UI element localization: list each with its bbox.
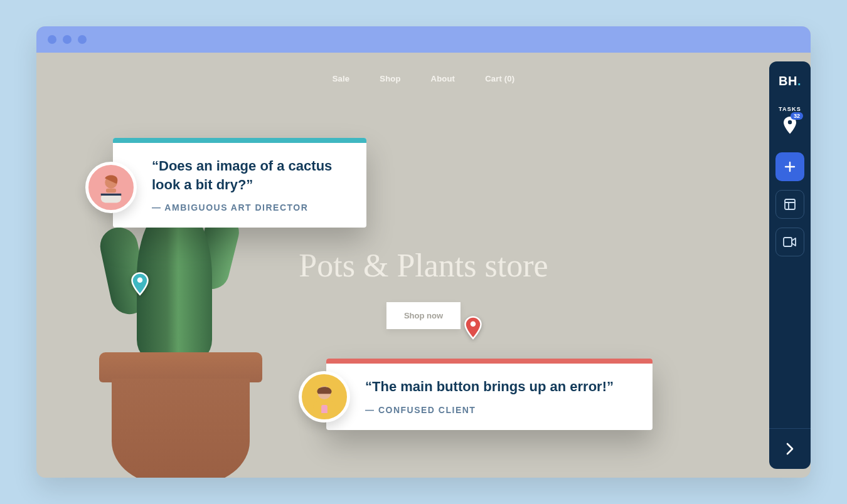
record-video-button[interactable]	[775, 228, 804, 256]
chevron-right-icon	[786, 442, 794, 456]
expand-sidebar-button[interactable]	[769, 429, 811, 469]
nav-link-shop[interactable]: Shop	[380, 74, 400, 83]
feedback-quote: “Does an image of a cactus look a bit dr…	[152, 157, 349, 194]
nav-link-cart[interactable]: Cart (0)	[485, 74, 514, 83]
avatar-art-director	[85, 162, 137, 213]
window-titlebar	[36, 26, 811, 53]
website-viewport: Sale Shop About Cart (0) Pots & Plants s…	[36, 53, 811, 478]
card-accent-bar	[326, 359, 653, 364]
svg-rect-11	[784, 238, 792, 246]
svg-point-1	[471, 322, 476, 327]
nav-link-sale[interactable]: Sale	[333, 74, 350, 83]
feedback-pin-red[interactable]	[464, 316, 482, 340]
feedback-card-art-director[interactable]: “Does an image of a cactus look a bit dr…	[113, 138, 366, 228]
add-task-button[interactable]	[775, 152, 804, 181]
window-control-close[interactable]	[48, 35, 56, 44]
svg-point-0	[137, 278, 143, 283]
task-count-badge: 32	[791, 112, 803, 120]
tasks-label: TASKS	[779, 106, 801, 112]
site-nav: Sale Shop About Cart (0)	[36, 74, 811, 83]
tool-logo[interactable]: BH.	[779, 74, 801, 88]
svg-rect-10	[785, 199, 795, 209]
shop-now-button[interactable]: Shop now	[386, 302, 461, 329]
window-control-minimize[interactable]	[63, 35, 72, 44]
tasks-pin-icon[interactable]: 32	[782, 116, 798, 135]
svg-point-9	[788, 120, 792, 124]
svg-rect-5	[101, 194, 122, 196]
feedback-tool-sidebar: BH. TASKS 32	[769, 61, 811, 469]
svg-rect-8	[321, 405, 328, 413]
svg-rect-3	[106, 189, 116, 193]
layout-icon	[784, 198, 796, 211]
feedback-quote: “The main button brings up an error!”	[365, 377, 635, 396]
video-icon	[783, 237, 797, 247]
feedback-attribution: — AMBIGUOUS ART DIRECTOR	[152, 202, 349, 213]
nav-link-about[interactable]: About	[431, 74, 455, 83]
plus-icon	[784, 160, 796, 173]
feedback-attribution: — CONFUSED CLIENT	[365, 405, 635, 415]
window-control-zoom[interactable]	[78, 35, 87, 44]
browser-window: Sale Shop About Cart (0) Pots & Plants s…	[36, 26, 811, 478]
avatar-client	[299, 371, 350, 423]
card-accent-bar	[113, 138, 366, 143]
feedback-card-client[interactable]: “The main button brings up an error!” — …	[326, 359, 653, 430]
layout-view-button[interactable]	[775, 190, 804, 219]
hero-title: Pots & Plants store	[36, 247, 811, 284]
feedback-pin-teal[interactable]	[131, 272, 149, 296]
